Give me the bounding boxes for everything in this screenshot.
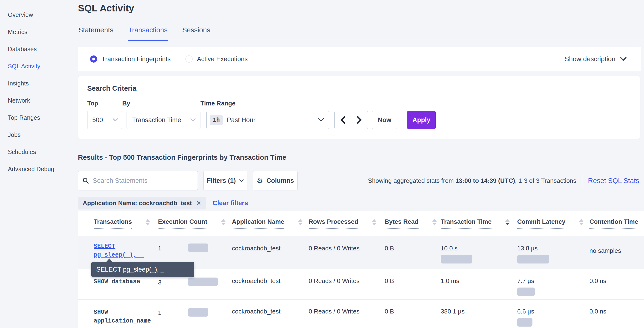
filter-chip-application-name: Application Name: cockroachdb_test ✕ bbox=[78, 197, 206, 209]
column-header-execution-count[interactable]: Execution Count bbox=[156, 218, 230, 229]
sort-icon[interactable] bbox=[579, 219, 584, 225]
column-label[interactable]: Transaction Time bbox=[441, 218, 492, 229]
sort-icon[interactable] bbox=[432, 219, 437, 225]
sidebar-item-overview[interactable]: Overview bbox=[8, 6, 72, 23]
application-name-cell: cockroachdb_test bbox=[230, 300, 307, 315]
transaction-time-bar bbox=[441, 255, 472, 264]
radio-transaction-fingerprints[interactable]: Transaction Fingerprints bbox=[90, 55, 171, 63]
commit-latency-bar bbox=[517, 288, 535, 296]
commit-latency-bar bbox=[517, 318, 532, 327]
sidebar-item-insights[interactable]: Insights bbox=[8, 75, 72, 92]
now-button[interactable]: Now bbox=[372, 111, 397, 129]
contention-time-cell: 0.0 ns bbox=[588, 269, 644, 285]
column-label[interactable]: Transactions bbox=[94, 218, 132, 229]
chevron-down-icon bbox=[620, 57, 627, 61]
column-header-bytes-read[interactable]: Bytes Read bbox=[383, 218, 439, 229]
search-statements-input[interactable] bbox=[93, 177, 193, 184]
tab-statements[interactable]: Statements bbox=[78, 23, 114, 41]
application-name-cell: cockroachdb_test bbox=[230, 269, 307, 285]
column-header-commit-latency[interactable]: Commit Latency bbox=[515, 218, 588, 229]
execution-count-bar bbox=[188, 243, 208, 252]
apply-button[interactable]: Apply bbox=[407, 111, 436, 129]
column-label[interactable]: Contention Time bbox=[590, 218, 638, 229]
execution-count-bar bbox=[188, 278, 218, 286]
radio-unselected-icon[interactable] bbox=[186, 55, 192, 63]
tab-sessions[interactable]: Sessions bbox=[182, 23, 211, 41]
sort-desc-icon[interactable] bbox=[505, 219, 510, 225]
bytes-read-cell: 0 B bbox=[383, 269, 439, 285]
time-range-label: Time Range bbox=[200, 100, 329, 107]
aggregated-stats-text: Showing aggregated stats from 13:00 to 1… bbox=[368, 177, 576, 184]
sort-icon[interactable] bbox=[298, 219, 302, 225]
bytes-read-cell: 0 B bbox=[383, 236, 439, 252]
by-select[interactable]: Transaction Time bbox=[126, 111, 200, 129]
top-select[interactable]: 500 bbox=[87, 111, 122, 129]
column-label[interactable]: Rows Processed bbox=[309, 218, 358, 229]
column-header-application-name[interactable]: Application Name bbox=[230, 218, 307, 229]
commit-latency-cell: 7.7 µs bbox=[515, 269, 588, 296]
page-title: SQL Activity bbox=[78, 3, 134, 13]
sidebar-item-databases[interactable]: Databases bbox=[8, 40, 72, 58]
previous-time-range-button[interactable] bbox=[335, 111, 351, 129]
search-criteria-title: Search Criteria bbox=[87, 85, 640, 92]
sort-icon[interactable] bbox=[372, 219, 376, 225]
rows-processed-cell: 0 Reads / 0 Writes bbox=[307, 269, 383, 285]
transaction-time-cell: 1.0 ms bbox=[439, 269, 515, 285]
top-label: Top bbox=[87, 100, 122, 107]
tab-transactions[interactable]: Transactions bbox=[128, 23, 168, 41]
sidebar-item-jobs[interactable]: Jobs bbox=[8, 126, 72, 143]
rows-processed-cell: 0 Reads / 0 Writes bbox=[307, 236, 383, 252]
column-header-transaction-time[interactable]: Transaction Time bbox=[439, 218, 515, 229]
sidebar-item-schedules[interactable]: Schedules bbox=[8, 143, 72, 161]
transaction-fingerprint-link[interactable]: SHOWapplication_name bbox=[78, 300, 156, 326]
sort-icon[interactable] bbox=[221, 219, 226, 225]
clear-filters-link[interactable]: Clear filters bbox=[212, 199, 248, 207]
column-label[interactable]: Commit Latency bbox=[517, 218, 565, 229]
contention-time-cell: 0.0 ns bbox=[588, 300, 644, 315]
time-range-select[interactable]: 1h Past Hour bbox=[206, 111, 329, 129]
sort-icon[interactable] bbox=[146, 219, 150, 225]
reset-sql-stats-link[interactable]: Reset SQL Stats bbox=[588, 177, 639, 185]
next-time-range-button[interactable] bbox=[351, 111, 368, 129]
column-label[interactable]: Execution Count bbox=[158, 218, 207, 229]
table-row[interactable]: SHOWapplication_name 1 cockroachdb_test … bbox=[78, 300, 644, 328]
columns-button[interactable]: ⚙ Columns bbox=[253, 171, 298, 190]
show-description-toggle[interactable]: Show description bbox=[565, 55, 627, 63]
time-range-value: Past Hour bbox=[227, 116, 256, 124]
sidebar-item-advanced-debug[interactable]: Advanced Debug bbox=[8, 161, 72, 177]
filter-chip-label: Application Name: cockroachdb_test bbox=[83, 199, 192, 207]
sidebar-item-metrics[interactable]: Metrics bbox=[8, 23, 72, 40]
search-criteria-card: Search Criteria Top 500 By Transaction T… bbox=[78, 76, 640, 139]
sidebar: Overview Metrics Databases SQL Activity … bbox=[0, 0, 72, 328]
column-header-contention-time[interactable]: Contention Time bbox=[588, 218, 644, 229]
application-name-cell: cockroachdb_test bbox=[230, 236, 307, 252]
radio-active-executions[interactable]: Active Executions bbox=[186, 55, 248, 63]
results-title: Results - Top 500 Transaction Fingerprin… bbox=[78, 154, 286, 162]
filters-label: Filters (1) bbox=[207, 177, 236, 184]
statement-tooltip: SELECT pg_sleep(_), _ bbox=[91, 262, 194, 277]
search-icon bbox=[82, 177, 89, 184]
close-icon[interactable]: ✕ bbox=[196, 200, 201, 207]
column-label[interactable]: Application Name bbox=[232, 218, 284, 229]
radio-label: Transaction Fingerprints bbox=[102, 55, 171, 63]
execution-count-cell: 1 bbox=[156, 300, 230, 317]
sidebar-item-top-ranges[interactable]: Top Ranges bbox=[8, 109, 72, 126]
time-range-badge: 1h bbox=[210, 115, 222, 125]
bytes-read-cell: 0 B bbox=[383, 300, 439, 315]
filters-button[interactable]: Filters (1) bbox=[203, 171, 248, 190]
radio-selected-icon[interactable] bbox=[90, 55, 97, 63]
transaction-time-cell: 10.0 s bbox=[439, 236, 515, 264]
divider bbox=[582, 173, 582, 188]
chevron-left-icon bbox=[340, 116, 345, 124]
by-label: By bbox=[122, 100, 200, 107]
sidebar-item-sql-activity[interactable]: SQL Activity bbox=[8, 58, 72, 75]
by-select-value: Transaction Time bbox=[132, 116, 181, 124]
column-header-transactions[interactable]: Transactions bbox=[78, 218, 156, 229]
transaction-fingerprint-link[interactable]: SELECTpg_sleep(_), _ bbox=[78, 236, 156, 259]
column-label[interactable]: Bytes Read bbox=[385, 218, 418, 229]
tooltip-text: SELECT pg_sleep(_), _ bbox=[96, 266, 164, 273]
sidebar-item-network[interactable]: Network bbox=[8, 92, 72, 109]
execution-count-cell: 1 bbox=[156, 236, 230, 252]
column-header-rows-processed[interactable]: Rows Processed bbox=[307, 218, 383, 229]
commit-latency-bar bbox=[517, 255, 550, 264]
